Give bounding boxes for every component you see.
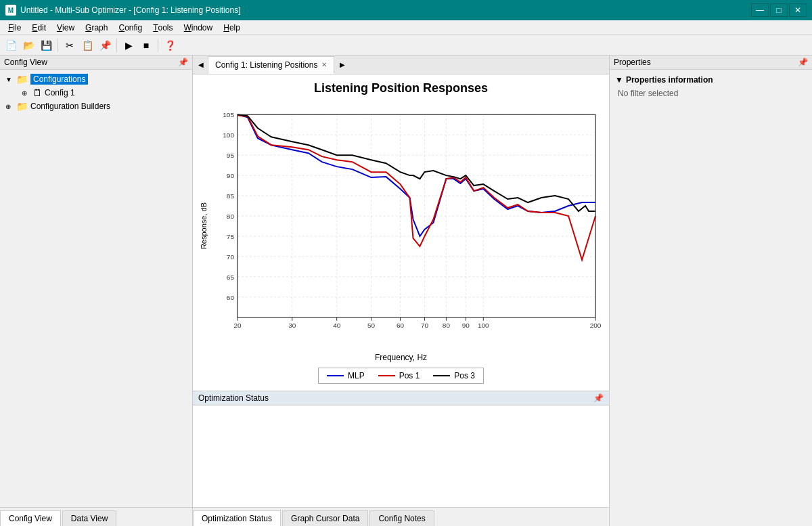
menu-tools[interactable]: Tools — [148, 20, 178, 35]
toolbar: 📄 📂 💾 ✂ 📋 📌 ▶ ■ ❓ — [0, 35, 812, 56]
svg-text:70: 70 — [421, 322, 429, 329]
config1-label[interactable]: Config 1 — [45, 88, 75, 97]
bottom-tabs: Optimization Status Graph Cursor Data Co… — [193, 507, 609, 526]
maximize-button[interactable]: □ — [770, 3, 788, 17]
new-button[interactable]: 📄 — [3, 37, 19, 53]
close-button[interactable]: ✕ — [789, 3, 807, 17]
menu-graph[interactable]: Graph — [80, 20, 113, 35]
legend-pos3-line — [433, 375, 450, 376]
svg-text:50: 50 — [367, 322, 376, 329]
properties-title: Properties — [614, 58, 651, 67]
chart-svg: 105 100 95 90 85 80 75 70 65 60 20 30 40 — [210, 101, 602, 345]
svg-text:60: 60 — [227, 294, 235, 301]
bottom-panel-header: Optimization Status 📌 — [193, 391, 609, 406]
y-axis-label: Response, dB — [200, 202, 208, 249]
legend-mlp-line — [327, 375, 344, 376]
app-icon: M — [5, 5, 16, 16]
tab-config1-label: Config 1: Listening Positions — [215, 60, 317, 70]
menu-edit[interactable]: Edit — [26, 20, 51, 35]
paste-button[interactable]: 📌 — [97, 37, 113, 53]
cut-button[interactable]: ✂ — [62, 37, 78, 53]
svg-text:90: 90 — [462, 322, 470, 329]
config-builders-label[interactable]: Configuration Builders — [30, 102, 110, 111]
svg-text:65: 65 — [227, 273, 235, 281]
folder-icon-config1: 🗒 — [32, 87, 42, 98]
svg-text:20: 20 — [233, 322, 242, 329]
main-layout: Config View 📌 ▼ 📁 Configurations ⊕ 🗒 Con… — [0, 56, 812, 526]
tree-toggle-config1[interactable]: ⊕ — [22, 89, 30, 97]
folder-icon-configurations: 📁 — [16, 74, 28, 85]
bottom-tab-optimization[interactable]: Optimization Status — [193, 510, 281, 526]
copy-button[interactable]: 📋 — [79, 37, 95, 53]
svg-text:100: 100 — [223, 131, 234, 139]
bottom-panel-title: Optimization Status — [198, 393, 269, 403]
menu-view[interactable]: View — [51, 20, 80, 35]
menu-file[interactable]: File — [3, 20, 26, 35]
tree-config-builders[interactable]: ⊕ 📁 Configuration Builders — [3, 100, 189, 113]
bottom-panel-content — [193, 406, 609, 507]
bottom-tab-cursor[interactable]: Graph Cursor Data — [282, 510, 368, 526]
svg-text:30: 30 — [288, 322, 296, 329]
config-view-pin[interactable]: 📌 — [178, 58, 188, 67]
tree-config1-container: ⊕ 🗒 Config 1 — [19, 86, 189, 100]
config-view-header: Config View 📌 — [0, 56, 192, 70]
graph-legend: MLP Pos 1 Pos 3 — [318, 368, 484, 384]
minimize-button[interactable]: — — [751, 3, 769, 17]
right-panel: Properties 📌 ▼ Properties information No… — [609, 56, 812, 526]
toolbar-sep-3 — [158, 39, 158, 52]
svg-text:90: 90 — [227, 172, 235, 179]
legend-pos1-line — [378, 375, 395, 376]
play-button[interactable]: ▶ — [120, 37, 137, 53]
tree-configurations[interactable]: ▼ 📁 Configurations — [3, 72, 189, 86]
graph-wrapper: Response, dB — [200, 101, 602, 351]
menu-window[interactable]: Window — [179, 20, 219, 35]
left-bottom-tabs: Config View Data View — [0, 507, 192, 526]
tab-config1[interactable]: Config 1: Listening Positions ✕ — [208, 56, 334, 74]
svg-text:100: 100 — [478, 322, 489, 329]
svg-text:60: 60 — [397, 322, 405, 329]
left-tab-config-view[interactable]: Config View — [0, 510, 61, 526]
properties-section: ▼ Properties information No filter selec… — [610, 70, 812, 102]
folder-icon-builders: 📁 — [16, 101, 28, 112]
left-panel: Config View 📌 ▼ 📁 Configurations ⊕ 🗒 Con… — [0, 56, 193, 526]
tab-config1-close[interactable]: ✕ — [321, 61, 327, 68]
legend-pos3: Pos 3 — [433, 371, 475, 380]
prop-collapse-info[interactable]: ▼ Properties information — [612, 72, 809, 87]
stop-button[interactable]: ■ — [138, 37, 154, 53]
tab-nav-right[interactable]: ▶ — [336, 56, 349, 74]
svg-text:80: 80 — [227, 213, 235, 220]
help-button[interactable]: ❓ — [162, 37, 178, 53]
graph-container: Listening Position Responses Response, d… — [193, 74, 609, 391]
legend-pos1-label: Pos 1 — [399, 371, 420, 380]
prop-section-label: Properties information — [626, 75, 713, 85]
center-area: ◀ Config 1: Listening Positions ✕ ▶ List… — [193, 56, 609, 526]
tree-view: ▼ 📁 Configurations ⊕ 🗒 Config 1 ⊕ 📁 Conf… — [0, 70, 192, 507]
graph-area[interactable]: 105 100 95 90 85 80 75 70 65 60 20 30 40 — [210, 101, 602, 345]
app-title: Untitled - Multi-Sub Optimizer - [Config… — [20, 5, 240, 15]
menu-config[interactable]: Config — [113, 20, 148, 35]
tab-bar: ◀ Config 1: Listening Positions ✕ ▶ — [193, 56, 609, 74]
properties-pin[interactable]: 📌 — [798, 58, 808, 67]
configurations-label[interactable]: Configurations — [30, 74, 88, 85]
tab-nav-left[interactable]: ◀ — [194, 56, 208, 74]
graph-title: Listening Position Responses — [314, 81, 488, 95]
save-button[interactable]: 💾 — [38, 37, 54, 53]
legend-pos1: Pos 1 — [378, 371, 420, 380]
svg-text:95: 95 — [227, 152, 235, 159]
title-bar: M Untitled - Multi-Sub Optimizer - [Conf… — [0, 0, 812, 20]
svg-text:75: 75 — [227, 233, 235, 240]
menu-help[interactable]: Help — [218, 20, 246, 35]
svg-text:105: 105 — [223, 111, 234, 118]
open-button[interactable]: 📂 — [20, 37, 37, 53]
left-tab-data-view[interactable]: Data View — [62, 510, 116, 526]
svg-text:40: 40 — [333, 322, 341, 329]
bottom-tab-notes[interactable]: Config Notes — [369, 510, 434, 526]
svg-text:70: 70 — [227, 253, 235, 261]
svg-text:200: 200 — [590, 322, 602, 329]
tree-toggle-configurations[interactable]: ▼ — [5, 76, 14, 83]
tree-toggle-builders[interactable]: ⊕ — [5, 103, 14, 110]
legend-mlp-label: MLP — [348, 371, 365, 380]
legend-pos3-label: Pos 3 — [454, 371, 475, 380]
bottom-panel-pin[interactable]: 📌 — [593, 393, 604, 403]
tree-config1[interactable]: ⊕ 🗒 Config 1 — [19, 86, 189, 100]
